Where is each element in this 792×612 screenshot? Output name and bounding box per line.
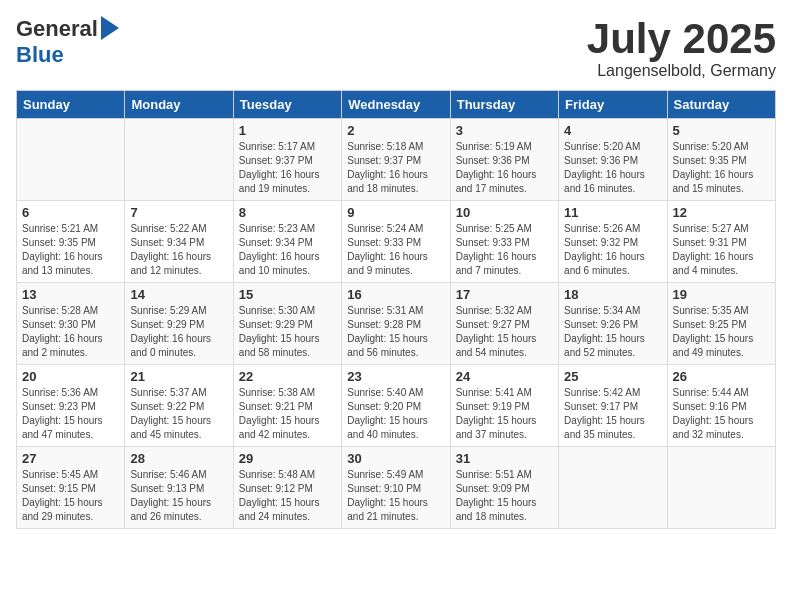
cell-info: Sunrise: 5:48 AM Sunset: 9:12 PM Dayligh… [239,468,336,524]
day-number: 27 [22,451,119,466]
calendar-cell: 6Sunrise: 5:21 AM Sunset: 9:35 PM Daylig… [17,201,125,283]
day-number: 14 [130,287,227,302]
logo-general-text: General [16,16,98,42]
calendar-cell: 26Sunrise: 5:44 AM Sunset: 9:16 PM Dayli… [667,365,775,447]
day-number: 23 [347,369,444,384]
calendar-cell: 3Sunrise: 5:19 AM Sunset: 9:36 PM Daylig… [450,119,558,201]
cell-info: Sunrise: 5:29 AM Sunset: 9:29 PM Dayligh… [130,304,227,360]
day-number: 3 [456,123,553,138]
day-number: 19 [673,287,770,302]
calendar-cell: 29Sunrise: 5:48 AM Sunset: 9:12 PM Dayli… [233,447,341,529]
calendar-cell: 14Sunrise: 5:29 AM Sunset: 9:29 PM Dayli… [125,283,233,365]
day-number: 17 [456,287,553,302]
cell-info: Sunrise: 5:41 AM Sunset: 9:19 PM Dayligh… [456,386,553,442]
logo-arrow-icon [101,16,119,40]
calendar-cell [125,119,233,201]
day-number: 10 [456,205,553,220]
calendar-cell: 7Sunrise: 5:22 AM Sunset: 9:34 PM Daylig… [125,201,233,283]
day-number: 7 [130,205,227,220]
day-number: 16 [347,287,444,302]
calendar-cell: 11Sunrise: 5:26 AM Sunset: 9:32 PM Dayli… [559,201,667,283]
day-number: 24 [456,369,553,384]
weekday-header-wednesday: Wednesday [342,91,450,119]
calendar-cell [559,447,667,529]
cell-info: Sunrise: 5:30 AM Sunset: 9:29 PM Dayligh… [239,304,336,360]
calendar-cell: 18Sunrise: 5:34 AM Sunset: 9:26 PM Dayli… [559,283,667,365]
cell-info: Sunrise: 5:20 AM Sunset: 9:35 PM Dayligh… [673,140,770,196]
calendar-week-row: 1Sunrise: 5:17 AM Sunset: 9:37 PM Daylig… [17,119,776,201]
cell-info: Sunrise: 5:51 AM Sunset: 9:09 PM Dayligh… [456,468,553,524]
cell-info: Sunrise: 5:32 AM Sunset: 9:27 PM Dayligh… [456,304,553,360]
day-number: 31 [456,451,553,466]
cell-info: Sunrise: 5:44 AM Sunset: 9:16 PM Dayligh… [673,386,770,442]
cell-info: Sunrise: 5:26 AM Sunset: 9:32 PM Dayligh… [564,222,661,278]
cell-info: Sunrise: 5:36 AM Sunset: 9:23 PM Dayligh… [22,386,119,442]
cell-info: Sunrise: 5:18 AM Sunset: 9:37 PM Dayligh… [347,140,444,196]
day-number: 2 [347,123,444,138]
calendar-cell: 27Sunrise: 5:45 AM Sunset: 9:15 PM Dayli… [17,447,125,529]
calendar-cell [17,119,125,201]
calendar-cell: 15Sunrise: 5:30 AM Sunset: 9:29 PM Dayli… [233,283,341,365]
calendar-cell: 31Sunrise: 5:51 AM Sunset: 9:09 PM Dayli… [450,447,558,529]
calendar-cell: 10Sunrise: 5:25 AM Sunset: 9:33 PM Dayli… [450,201,558,283]
day-number: 13 [22,287,119,302]
cell-info: Sunrise: 5:49 AM Sunset: 9:10 PM Dayligh… [347,468,444,524]
weekday-header-saturday: Saturday [667,91,775,119]
cell-info: Sunrise: 5:28 AM Sunset: 9:30 PM Dayligh… [22,304,119,360]
day-number: 12 [673,205,770,220]
weekday-header-monday: Monday [125,91,233,119]
cell-info: Sunrise: 5:38 AM Sunset: 9:21 PM Dayligh… [239,386,336,442]
day-number: 8 [239,205,336,220]
day-number: 30 [347,451,444,466]
cell-info: Sunrise: 5:37 AM Sunset: 9:22 PM Dayligh… [130,386,227,442]
day-number: 22 [239,369,336,384]
cell-info: Sunrise: 5:22 AM Sunset: 9:34 PM Dayligh… [130,222,227,278]
day-number: 5 [673,123,770,138]
calendar-cell: 19Sunrise: 5:35 AM Sunset: 9:25 PM Dayli… [667,283,775,365]
calendar-cell: 23Sunrise: 5:40 AM Sunset: 9:20 PM Dayli… [342,365,450,447]
cell-info: Sunrise: 5:21 AM Sunset: 9:35 PM Dayligh… [22,222,119,278]
calendar-cell: 30Sunrise: 5:49 AM Sunset: 9:10 PM Dayli… [342,447,450,529]
calendar-week-row: 27Sunrise: 5:45 AM Sunset: 9:15 PM Dayli… [17,447,776,529]
cell-info: Sunrise: 5:23 AM Sunset: 9:34 PM Dayligh… [239,222,336,278]
cell-info: Sunrise: 5:17 AM Sunset: 9:37 PM Dayligh… [239,140,336,196]
weekday-header-thursday: Thursday [450,91,558,119]
cell-info: Sunrise: 5:45 AM Sunset: 9:15 PM Dayligh… [22,468,119,524]
calendar-table: SundayMondayTuesdayWednesdayThursdayFrid… [16,90,776,529]
calendar-cell: 4Sunrise: 5:20 AM Sunset: 9:36 PM Daylig… [559,119,667,201]
calendar-cell: 5Sunrise: 5:20 AM Sunset: 9:35 PM Daylig… [667,119,775,201]
cell-info: Sunrise: 5:34 AM Sunset: 9:26 PM Dayligh… [564,304,661,360]
calendar-cell: 13Sunrise: 5:28 AM Sunset: 9:30 PM Dayli… [17,283,125,365]
day-number: 21 [130,369,227,384]
weekday-header-friday: Friday [559,91,667,119]
calendar-cell: 17Sunrise: 5:32 AM Sunset: 9:27 PM Dayli… [450,283,558,365]
page-header: General Blue July 2025 Langenselbold, Ge… [16,16,776,80]
calendar-cell: 21Sunrise: 5:37 AM Sunset: 9:22 PM Dayli… [125,365,233,447]
cell-info: Sunrise: 5:24 AM Sunset: 9:33 PM Dayligh… [347,222,444,278]
day-number: 15 [239,287,336,302]
day-number: 29 [239,451,336,466]
title-block: July 2025 Langenselbold, Germany [587,16,776,80]
cell-info: Sunrise: 5:35 AM Sunset: 9:25 PM Dayligh… [673,304,770,360]
weekday-header-row: SundayMondayTuesdayWednesdayThursdayFrid… [17,91,776,119]
day-number: 28 [130,451,227,466]
calendar-cell [667,447,775,529]
cell-info: Sunrise: 5:27 AM Sunset: 9:31 PM Dayligh… [673,222,770,278]
day-number: 18 [564,287,661,302]
logo: General Blue [16,16,119,68]
day-number: 25 [564,369,661,384]
day-number: 1 [239,123,336,138]
day-number: 9 [347,205,444,220]
weekday-header-tuesday: Tuesday [233,91,341,119]
calendar-cell: 8Sunrise: 5:23 AM Sunset: 9:34 PM Daylig… [233,201,341,283]
calendar-week-row: 13Sunrise: 5:28 AM Sunset: 9:30 PM Dayli… [17,283,776,365]
calendar-cell: 25Sunrise: 5:42 AM Sunset: 9:17 PM Dayli… [559,365,667,447]
calendar-cell: 16Sunrise: 5:31 AM Sunset: 9:28 PM Dayli… [342,283,450,365]
day-number: 4 [564,123,661,138]
calendar-cell: 20Sunrise: 5:36 AM Sunset: 9:23 PM Dayli… [17,365,125,447]
calendar-cell: 12Sunrise: 5:27 AM Sunset: 9:31 PM Dayli… [667,201,775,283]
day-number: 11 [564,205,661,220]
weekday-header-sunday: Sunday [17,91,125,119]
cell-info: Sunrise: 5:40 AM Sunset: 9:20 PM Dayligh… [347,386,444,442]
day-number: 20 [22,369,119,384]
